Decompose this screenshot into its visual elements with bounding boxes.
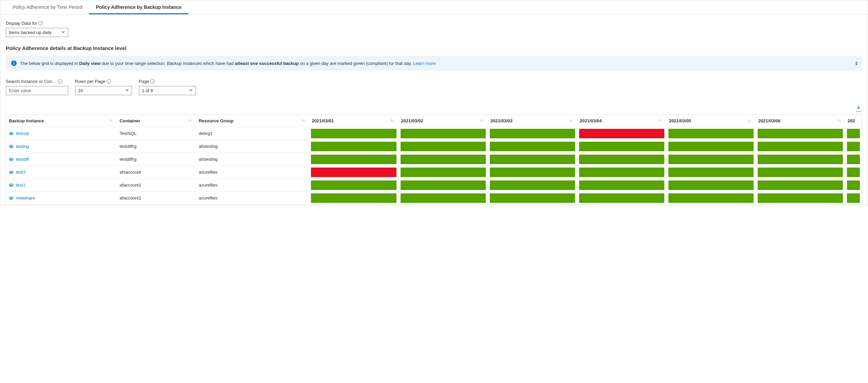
controls-row: Search Instance or Con… i Rows per Page …	[6, 79, 862, 95]
chevron-down-icon	[61, 30, 65, 35]
info-banner-text: The below grid is displayed in Daily vie…	[20, 61, 436, 66]
instance-link[interactable]: testing	[16, 144, 29, 149]
status-green: .	[668, 142, 754, 151]
status-green: .	[311, 155, 396, 164]
status-green: .	[401, 142, 486, 151]
resource-group-cell: afstesting	[196, 153, 309, 166]
status-cell: .	[577, 153, 666, 166]
status-green: .	[847, 180, 860, 190]
instance-cell[interactable]: testsql	[9, 131, 114, 136]
status-green: .	[758, 142, 843, 151]
status-green: .	[490, 180, 575, 190]
sort-icon: ↑↓	[748, 118, 752, 122]
th-text: Resource Group	[199, 118, 233, 123]
table-row: testdifftestdiffrgafstesting.......	[6, 153, 862, 166]
info-banner-icon: i	[11, 60, 17, 66]
status-cell: .	[488, 140, 577, 153]
th-date-5[interactable]: 2021/03/05↑↓	[666, 115, 756, 127]
status-green: .	[847, 155, 860, 164]
rows-per-page-select[interactable]: 10	[75, 86, 132, 95]
status-cell: .	[309, 179, 398, 192]
status-cell: .	[309, 166, 398, 179]
status-cell: .	[756, 153, 845, 166]
container-cell: afsaccount	[117, 166, 196, 179]
search-input[interactable]	[6, 86, 68, 95]
resource-group-cell: debrg1	[196, 127, 309, 140]
instance-cell[interactable]: testdiff	[9, 157, 114, 162]
status-green: .	[401, 180, 486, 190]
status-cell: .	[577, 140, 666, 153]
status-cell: .	[309, 127, 398, 140]
status-green: .	[847, 142, 860, 151]
status-green: .	[668, 129, 754, 138]
th-backup-instance[interactable]: Backup Instance↑↓	[6, 115, 117, 127]
status-green: .	[311, 129, 396, 138]
status-cell: .	[666, 179, 756, 192]
chevron-down-icon	[125, 88, 129, 93]
instance-cell[interactable]: newshare	[9, 195, 114, 201]
instance-link[interactable]: test3	[16, 170, 25, 175]
status-green: .	[758, 180, 843, 190]
instance-cell[interactable]: test3	[9, 170, 114, 175]
instance-cell[interactable]: testing	[9, 144, 114, 149]
th-date-4[interactable]: 2021/03/04↑↓	[577, 115, 666, 127]
th-date-6[interactable]: 2021/03/06↑↓	[756, 115, 845, 127]
status-green: .	[758, 155, 843, 164]
info-icon[interactable]: i	[150, 79, 155, 84]
status-cell: .	[666, 140, 756, 153]
instance-link[interactable]: test1	[16, 182, 25, 188]
info-icon[interactable]: i	[107, 79, 111, 84]
status-green: .	[401, 155, 486, 164]
learn-more-link[interactable]: Learn more	[413, 61, 436, 66]
status-green: .	[490, 142, 575, 151]
tab-time-period[interactable]: Policy Adherence by Time Period	[6, 0, 89, 14]
section-title: Policy Adherence details at Backup Insta…	[6, 45, 862, 51]
instance-link[interactable]: testdiff	[16, 157, 29, 162]
banner-sort-icon[interactable]: ▴▾	[855, 61, 857, 66]
table-row: test3afsaccountazurefiles.......	[6, 166, 862, 179]
chevron-down-icon	[189, 88, 193, 93]
page-select[interactable]: 1 of 8	[139, 86, 196, 95]
status-green: .	[847, 129, 860, 138]
status-green: .	[668, 168, 754, 177]
search-label: Search Instance or Con… i	[6, 79, 68, 84]
display-data-value: Items backed up daily	[9, 30, 52, 35]
th-resource-group[interactable]: Resource Group↑↓	[196, 115, 309, 127]
resource-group-cell: azurefiles	[196, 166, 309, 179]
instance-link[interactable]: newshare	[16, 195, 35, 201]
sort-icon: ↑↓	[480, 118, 484, 122]
th-date-7[interactable]: 202	[845, 115, 862, 127]
sort-icon: ↑↓	[391, 118, 394, 122]
status-green: .	[579, 155, 664, 164]
th-date-3[interactable]: 2021/03/03↑↓	[488, 115, 577, 127]
instance-link[interactable]: testsql	[16, 131, 29, 136]
status-green: .	[758, 129, 843, 138]
table-row: newshareafaccount1azurefiles.......	[6, 192, 862, 205]
sort-icon: ↑↓	[659, 118, 662, 122]
status-green: .	[668, 155, 754, 164]
status-cell: .	[577, 127, 666, 140]
tab-backup-instance[interactable]: Policy Adherence by Backup Instance	[89, 0, 188, 14]
info-banner: i The below grid is displayed in Daily v…	[6, 56, 862, 71]
status-cell: .	[577, 192, 666, 205]
info-icon[interactable]: i	[38, 21, 43, 25]
status-cell: .	[845, 127, 862, 140]
th-date-1[interactable]: 2021/03/01↑↓	[309, 115, 398, 127]
table-row: testsqlTestSQLdebrg1.......	[6, 127, 862, 140]
status-green: .	[579, 168, 664, 177]
th-date-2[interactable]: 2021/03/02↑↓	[399, 115, 488, 127]
th-container[interactable]: Container↑↓	[117, 115, 196, 127]
status-green: .	[668, 193, 754, 203]
status-cell: .	[666, 166, 756, 179]
banner-text-mid: due to your time range selection. Backup…	[100, 61, 235, 66]
download-icon[interactable]	[856, 105, 861, 112]
instance-cell[interactable]: test1	[9, 182, 114, 188]
status-green: .	[490, 129, 575, 138]
status-cell: .	[577, 179, 666, 192]
info-icon[interactable]: i	[58, 79, 62, 84]
status-cell: .	[756, 179, 845, 192]
display-data-select[interactable]: Items backed up daily	[6, 28, 68, 37]
status-cell: .	[399, 140, 488, 153]
status-cell: .	[309, 153, 398, 166]
page-label: Page i	[139, 79, 196, 84]
